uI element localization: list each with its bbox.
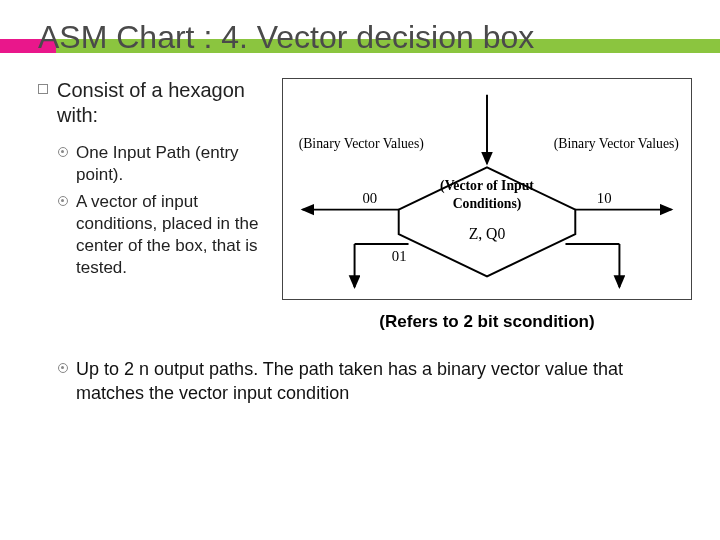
out-01: 01	[392, 248, 407, 264]
figure-caption: (Refers to 2 bit scondition)	[282, 312, 692, 332]
lead-text: Consist of a hexagon with:	[57, 78, 268, 128]
list-item-text: One Input Path (entry point).	[76, 142, 268, 186]
left-column: Consist of a hexagon with: One Input Pat…	[38, 78, 268, 283]
right-column: (Binary Vector Values) (Binary Vector Va…	[282, 78, 692, 332]
list-item: Up to 2 n output paths. The path taken h…	[58, 358, 692, 405]
center-label-top: (Vector of Input	[440, 178, 534, 194]
out-10: 10	[597, 190, 612, 206]
figure-frame: (Binary Vector Values) (Binary Vector Va…	[282, 78, 692, 300]
circle-bullet-icon	[58, 363, 68, 373]
list-item: One Input Path (entry point).	[58, 142, 268, 186]
lead-bullet: Consist of a hexagon with:	[38, 78, 268, 128]
square-bullet-icon	[38, 84, 48, 94]
label-right: (Binary Vector Values)	[554, 136, 679, 152]
sub-list: One Input Path (entry point). A vector o…	[58, 142, 268, 279]
content-columns: Consist of a hexagon with: One Input Pat…	[38, 78, 692, 332]
label-left: (Binary Vector Values)	[299, 136, 424, 152]
list-item: A vector of input conditions, placed in …	[58, 191, 268, 279]
title-wrap: ASM Chart : 4. Vector decision box	[38, 18, 692, 56]
circle-bullet-icon	[58, 147, 68, 157]
list-item-text: A vector of input conditions, placed in …	[76, 191, 268, 279]
out-00: 00	[362, 190, 377, 206]
vars-label: Z, Q0	[469, 225, 506, 242]
footer-text: Up to 2 n output paths. The path taken h…	[76, 358, 692, 405]
slide: ASM Chart : 4. Vector decision box Consi…	[0, 0, 720, 540]
page-title: ASM Chart : 4. Vector decision box	[38, 18, 692, 56]
center-label-bottom: Conditions)	[453, 196, 522, 212]
footer-bullet: Up to 2 n output paths. The path taken h…	[38, 358, 692, 405]
circle-bullet-icon	[58, 196, 68, 206]
vector-decision-diagram: (Binary Vector Values) (Binary Vector Va…	[287, 87, 687, 293]
